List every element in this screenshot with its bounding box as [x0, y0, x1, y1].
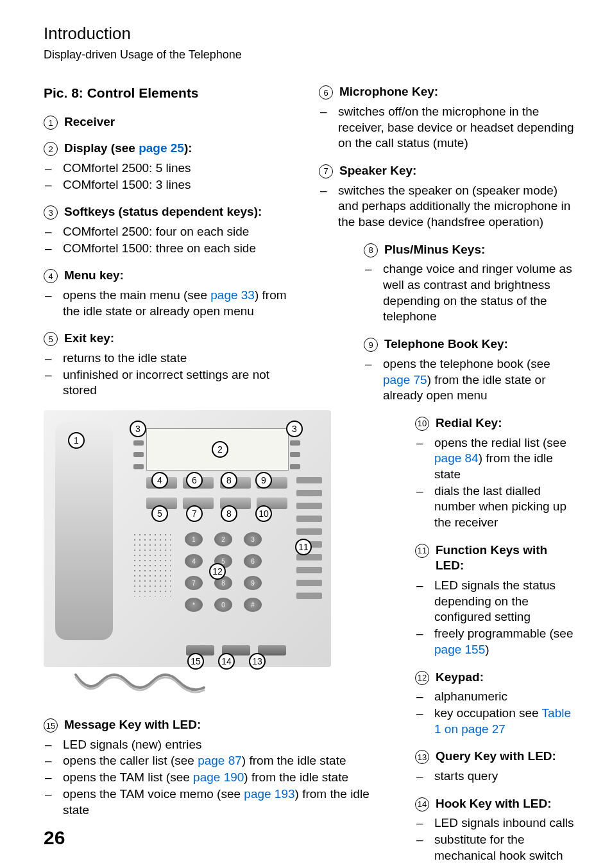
item-telephone-book-key: 9 Telephone Book Key:: [364, 336, 575, 352]
figure-callout-1: 1: [68, 432, 85, 449]
text: opens the telephone book (see: [383, 357, 550, 370]
text: opens the redial list (see: [434, 436, 566, 449]
item-microphone-key: 6 Microphone Key:: [319, 84, 575, 100]
item-label: Hook Key with LED:: [436, 796, 552, 812]
item-hook-key: 14 Hook Key with LED:: [415, 796, 575, 812]
callout-num: 1: [44, 116, 58, 130]
item-label: Message Key with LED:: [64, 717, 201, 733]
callout-num: 11: [415, 544, 429, 558]
list-item: –switches the speaker on (speaker mode) …: [319, 183, 575, 230]
callout-num: 13: [415, 750, 429, 764]
figure-callout-5: 5: [151, 505, 168, 522]
list-item: –substitute for the mechanical hook swit…: [415, 832, 575, 864]
page: Introduction Display-driven Usage of the…: [0, 0, 612, 868]
list-item: –LED signals inbound calls: [415, 815, 575, 831]
item-plus-minus-keys: 8 Plus/Minus Keys:: [364, 242, 575, 258]
text: LED signals inbound calls: [434, 815, 575, 831]
item-label: Softkeys (status dependent keys):: [64, 204, 262, 220]
text: opens the TAM voice memo (see: [63, 787, 244, 801]
figure-callout-6: 6: [186, 472, 203, 489]
phone-body: 123 456 789 *0# 1: [44, 410, 331, 667]
list-item: –LED signals the status depend­ing on th…: [415, 578, 575, 625]
item-label: Menu key:: [64, 268, 124, 284]
item-label: Query Key with LED:: [436, 749, 556, 765]
list-item: – opens the main menu (see page 33) from…: [44, 288, 300, 319]
text: dials the last dialled number when picki…: [434, 483, 575, 531]
item-label: Telephone Book Key:: [384, 336, 508, 352]
bottom-buttons: [186, 645, 286, 655]
columns: Pic. 8: Control Elements 1 Receiver 2 Di…: [44, 84, 575, 868]
item-menu-key: 4 Menu key:: [44, 268, 300, 284]
list-item: –COMfortel 2500: four on each side: [44, 224, 300, 240]
figure-callout-3: 3: [130, 421, 146, 437]
item-label: Redial Key:: [436, 415, 502, 431]
item-label: Speaker Key:: [339, 163, 416, 179]
link-page-25[interactable]: page 25: [139, 141, 184, 155]
figure-callout-7: 7: [186, 505, 203, 522]
callout-num: 9: [364, 338, 378, 352]
list-item: –returns to the idle state: [44, 351, 300, 367]
left-column: Pic. 8: Control Elements 1 Receiver 2 Di…: [44, 84, 300, 868]
text: freely programmable (see page 155): [434, 626, 575, 657]
item-receiver: 1 Receiver: [44, 114, 300, 130]
link-page-75[interactable]: page 75: [383, 373, 427, 386]
item-query-key: 13 Query Key with LED:: [415, 749, 575, 765]
link-page-33[interactable]: page 33: [210, 288, 255, 302]
text: freely programmable (see: [434, 627, 573, 640]
section-title: Introduction: [44, 23, 575, 45]
text: COMfortel 1500: three on each side: [63, 241, 300, 257]
text: returns to the idle state: [63, 351, 300, 367]
list-item: –change voice and ringer volume as well …: [364, 261, 575, 325]
callout-num: 14: [415, 797, 429, 812]
list-item: –COMfortel 1500: three on each side: [44, 241, 300, 257]
text: switches the speaker on (speaker mode) a…: [338, 183, 575, 230]
right-column: 6 Microphone Key: –switches off/on the m…: [319, 84, 575, 868]
callout-num: 3: [44, 205, 58, 220]
item-label: Plus/Minus Keys:: [384, 242, 485, 258]
link-page-84[interactable]: page 84: [434, 451, 479, 465]
list-item: – key occupation see Table 1 on page 27: [415, 706, 575, 737]
text: Display (see: [64, 141, 139, 155]
figure-callout-4: 4: [151, 472, 168, 489]
speaker-grille: [132, 532, 171, 596]
text: substitute for the mechanical hook switc…: [434, 832, 575, 864]
list-item: –starts query: [415, 768, 575, 785]
text: opens the caller list (see: [63, 754, 198, 767]
text: opens the main menu (see: [63, 288, 210, 302]
text: COMfortel 2500: four on each side: [63, 224, 300, 240]
link-page-190[interactable]: page 190: [193, 770, 244, 784]
function-keys: [296, 477, 322, 599]
callout-num: 12: [415, 671, 429, 685]
text: ): [485, 643, 489, 656]
handset-cord: [69, 668, 210, 704]
link-page-193[interactable]: page 193: [244, 787, 294, 801]
text: LED signals the status depend­ing on the…: [434, 578, 575, 625]
item-keypad: 12 Keypad:: [415, 670, 575, 686]
link-page-87[interactable]: page 87: [198, 754, 242, 767]
callout-num: 4: [44, 269, 58, 283]
text: starts query: [434, 768, 575, 785]
item-display: 2 Display (see page 25):: [44, 141, 300, 157]
figure-callout-2: 2: [212, 441, 228, 458]
list-item: –COMfortel 2500: 5 lines: [44, 161, 300, 177]
phone-figure: 123 456 789 *0# 1: [44, 410, 331, 667]
callout-num: 8: [364, 243, 378, 257]
item-label: Function Keys with LED:: [436, 542, 575, 574]
callout-num: 5: [44, 332, 58, 346]
list-item: –switches off/on the microphone in the r…: [319, 104, 575, 152]
figure-callout-8b: 8: [221, 505, 237, 522]
text: switches off/on the microphone in the re…: [338, 104, 575, 152]
callout-num: 2: [44, 142, 58, 156]
text: key occupation see: [434, 706, 542, 720]
list-item: – opens the redial list (see page 84) fr…: [415, 435, 575, 483]
text: opens the TAM list (see: [63, 770, 193, 784]
text: key occupation see Table 1 on page 27: [434, 706, 575, 737]
text: opens the main menu (see page 33) from t…: [63, 288, 300, 319]
list-item: –unfinished or incorrect settings are no…: [44, 367, 300, 399]
list-item: –alphanumeric: [415, 689, 575, 705]
callout-num: 15: [44, 718, 58, 733]
item-label: Receiver: [64, 114, 115, 130]
list-item: – opens the telephone book (see page 75)…: [364, 356, 575, 404]
text: opens the telephone book (see page 75) f…: [383, 356, 575, 404]
link-page-155[interactable]: page 155: [434, 643, 485, 656]
